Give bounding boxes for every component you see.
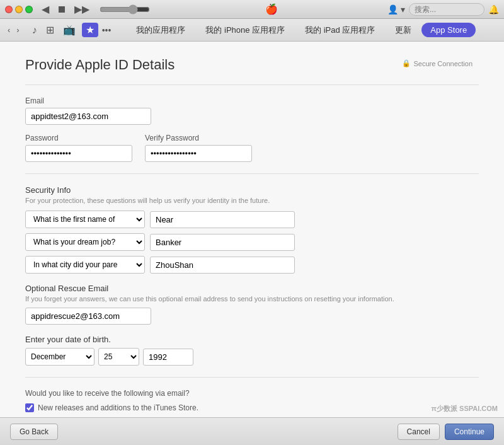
dob-row: January February March April May June Ju…: [25, 348, 479, 366]
security-answer-2[interactable]: [150, 234, 295, 251]
security-question-row-1: What is the first name of: [25, 211, 479, 228]
nav-forward-button[interactable]: ›: [14, 24, 21, 36]
cancel-button[interactable]: Cancel: [398, 424, 440, 440]
next-button[interactable]: ▶▶: [72, 2, 92, 16]
tab-updates[interactable]: 更新: [385, 21, 421, 40]
secure-connection: 🔒 Secure Connection: [402, 59, 472, 67]
watermark: π少数派 SSPAI.COM: [432, 404, 498, 413]
title-bar: ◀ ⏹ ▶▶ 🍎 👤 ▾ 🔔: [0, 0, 504, 19]
divider-2: [25, 173, 479, 174]
rescue-email-input[interactable]: [25, 308, 151, 325]
password-label: Password: [25, 134, 132, 142]
security-question-select-1[interactable]: What is the first name of: [25, 211, 145, 228]
divider-1: [25, 84, 479, 85]
email-prefs-question: Would you like to receive the following …: [25, 389, 479, 398]
nav-icon-tv[interactable]: 📺: [60, 23, 78, 37]
nav-icon-movies[interactable]: ⊞: [43, 23, 57, 37]
security-question-row-2: What is your dream job?: [25, 233, 479, 251]
verify-password-label: Verify Password: [145, 134, 252, 142]
window-controls: [5, 6, 33, 13]
bottom-bar: Go Back Cancel Continue: [0, 417, 504, 445]
security-section: Security Info For your protection, these…: [25, 185, 479, 274]
nav-arrows: ‹ ›: [5, 24, 22, 36]
stop-button[interactable]: ⏹: [54, 3, 69, 16]
rescue-email-description: If you forget your answers, we can use t…: [25, 295, 479, 303]
verify-password-group: Verify Password: [145, 134, 252, 162]
email-label: Email: [25, 96, 479, 105]
email-pref-row-1: New releases and additions to the iTunes…: [25, 403, 479, 413]
bottom-right-buttons: Cancel Continue: [398, 424, 494, 440]
maximize-button[interactable]: [25, 6, 33, 13]
nav-icon-music[interactable]: ♪: [30, 23, 40, 37]
secure-connection-label: Secure Connection: [413, 60, 472, 67]
transport-controls: ◀ ⏹ ▶▶: [39, 2, 155, 16]
nav-back-button[interactable]: ‹: [5, 24, 13, 36]
verify-password-input[interactable]: [145, 145, 252, 162]
tab-app-store[interactable]: App Store: [421, 23, 476, 37]
nav-bar: ‹ › ♪ ⊞ 📺 ★ ••• 我的应用程序 我的 iPhone 应用程序 我的…: [0, 19, 504, 42]
security-description: For your protection, these questions wil…: [25, 197, 479, 204]
notification-button[interactable]: 🔔: [488, 4, 499, 14]
close-button[interactable]: [5, 6, 13, 13]
account-button[interactable]: 👤 ▾: [387, 4, 405, 14]
security-answer-3[interactable]: [150, 257, 295, 274]
password-input[interactable]: [25, 145, 132, 162]
security-answer-1[interactable]: [150, 211, 295, 228]
dob-year-input[interactable]: [143, 349, 193, 366]
dob-title: Enter your date of birth.: [25, 335, 479, 344]
dob-month-select[interactable]: January February March April May June Ju…: [25, 348, 94, 366]
minimize-button[interactable]: [15, 6, 23, 13]
tab-my-apps[interactable]: 我的应用程序: [126, 21, 195, 40]
email-pref-label-1: New releases and additions to the iTunes…: [38, 403, 198, 413]
password-group: Password: [25, 134, 132, 162]
nav-icon-apps[interactable]: ★: [82, 23, 98, 37]
prev-button[interactable]: ◀: [39, 2, 52, 16]
rescue-email-section: Optional Rescue Email If you forget your…: [25, 284, 479, 325]
email-input[interactable]: [25, 108, 151, 125]
nav-more-button[interactable]: •••: [102, 25, 112, 35]
volume-slider[interactable]: [100, 4, 150, 14]
search-input[interactable]: [409, 3, 484, 16]
lock-icon: 🔒: [402, 59, 411, 67]
tab-iphone-apps[interactable]: 我的 iPhone 应用程序: [195, 21, 295, 40]
tab-ipad-apps[interactable]: 我的 iPad 应用程序: [295, 21, 385, 40]
nav-icons: ♪ ⊞ 📺 ★ •••: [30, 23, 112, 37]
email-pref-checkbox-1[interactable]: [25, 403, 34, 412]
nav-tabs: 我的应用程序 我的 iPhone 应用程序 我的 iPad 应用程序 更新 Ap…: [113, 21, 499, 40]
password-section: Password Verify Password: [25, 134, 479, 162]
go-back-button[interactable]: Go Back: [10, 424, 58, 440]
security-title: Security Info: [25, 185, 479, 195]
continue-button[interactable]: Continue: [445, 424, 494, 440]
security-question-select-2[interactable]: What is your dream job?: [25, 233, 145, 251]
dob-section: Enter your date of birth. January Februa…: [25, 335, 479, 366]
email-section: Email: [25, 96, 479, 125]
main-content: Provide Apple ID Details 🔒 Secure Connec…: [0, 42, 504, 445]
rescue-email-title: Optional Rescue Email: [25, 284, 479, 293]
dob-day-select[interactable]: for(let i=1;i<=31;i++) { document.write(…: [98, 348, 139, 366]
security-question-select-3[interactable]: In what city did your pare: [25, 256, 145, 274]
title-bar-right: 👤 ▾ 🔔: [387, 3, 499, 16]
apple-logo: 🍎: [155, 3, 387, 15]
divider-3: [25, 377, 479, 378]
security-questions: What is the first name of What is your d…: [25, 211, 479, 274]
security-question-row-3: In what city did your pare: [25, 256, 479, 274]
